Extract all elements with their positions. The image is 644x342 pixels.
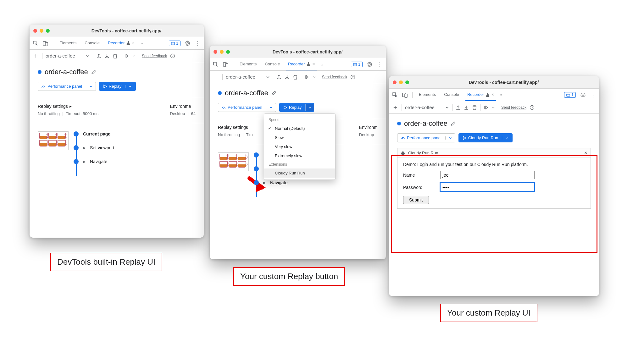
import-icon[interactable] xyxy=(464,105,469,110)
recording-select[interactable]: order-a-coffee xyxy=(46,53,75,58)
chevron-down-icon[interactable] xyxy=(492,106,495,109)
gear-icon[interactable] xyxy=(580,92,586,98)
device-mode-icon[interactable] xyxy=(402,92,408,98)
more-tabs-icon[interactable]: » xyxy=(500,92,502,97)
gear-icon[interactable] xyxy=(367,62,373,67)
export-icon[interactable] xyxy=(96,53,101,58)
more-tabs-icon[interactable]: » xyxy=(141,41,143,46)
minimize-icon[interactable] xyxy=(220,50,224,54)
kebab-menu-icon[interactable]: ⋮ xyxy=(195,40,201,47)
help-icon[interactable]: ? xyxy=(170,53,175,58)
tab-elements[interactable]: Elements xyxy=(238,58,258,70)
send-feedback-link[interactable]: Send feedback xyxy=(142,54,167,58)
gear-icon[interactable] xyxy=(185,41,191,46)
performance-panel-button[interactable]: Performance panel xyxy=(38,82,96,91)
menu-item-cloudy-run-run[interactable]: Cloudy Run Run xyxy=(264,168,335,178)
minimize-icon[interactable] xyxy=(399,80,403,84)
inspect-icon[interactable] xyxy=(33,41,38,46)
svg-rect-2 xyxy=(45,42,48,46)
trash-icon[interactable] xyxy=(293,74,298,80)
chevron-down-icon[interactable] xyxy=(313,75,316,79)
export-icon[interactable] xyxy=(456,105,461,110)
kebab-menu-icon[interactable]: ⋮ xyxy=(590,91,596,98)
import-icon[interactable] xyxy=(285,74,290,80)
close-icon[interactable] xyxy=(214,50,217,54)
close-icon[interactable] xyxy=(33,29,37,33)
window-title: DevTools - coffee-cart.netlify.app/ xyxy=(412,80,595,85)
issues-badge[interactable]: 1 xyxy=(169,41,180,46)
close-tab-icon[interactable]: × xyxy=(312,62,315,66)
chevron-down-icon[interactable] xyxy=(305,104,314,111)
chevron-down-icon[interactable] xyxy=(445,136,452,140)
import-icon[interactable] xyxy=(104,53,109,58)
performance-panel-button[interactable]: Performance panel xyxy=(218,103,276,112)
maximize-icon[interactable] xyxy=(405,80,409,84)
add-recording-button[interactable]: ＋ xyxy=(392,103,398,112)
trash-icon[interactable] xyxy=(472,105,477,110)
chevron-down-icon[interactable] xyxy=(86,85,92,88)
device-mode-icon[interactable] xyxy=(43,41,48,46)
recording-select[interactable]: order-a-coffee xyxy=(226,74,255,80)
divider xyxy=(301,74,301,80)
kebab-menu-icon[interactable]: ⋮ xyxy=(377,61,383,68)
recording-select[interactable]: order-a-coffee xyxy=(405,105,435,110)
tab-elements[interactable]: Elements xyxy=(58,37,78,49)
close-icon[interactable]: ✕ xyxy=(584,151,587,155)
replay-button[interactable]: Replay xyxy=(279,103,314,112)
tab-recorder[interactable]: Recorder× xyxy=(286,58,317,70)
send-feedback-link[interactable]: Send feedback xyxy=(322,75,347,79)
export-icon[interactable] xyxy=(276,74,281,80)
tab-console[interactable]: Console xyxy=(263,58,282,70)
gauge-icon xyxy=(41,84,46,89)
device-mode-icon[interactable] xyxy=(223,62,229,67)
close-icon[interactable] xyxy=(393,80,397,84)
chevron-down-icon[interactable] xyxy=(266,106,273,109)
edit-icon[interactable] xyxy=(271,91,276,96)
chevron-down-icon[interactable] xyxy=(86,54,90,58)
maximize-icon[interactable] xyxy=(226,50,230,54)
send-feedback-link[interactable]: Send feedback xyxy=(501,105,526,110)
step-icon[interactable] xyxy=(484,105,489,110)
minimize-icon[interactable] xyxy=(40,29,43,33)
step-icon[interactable] xyxy=(124,53,129,58)
issues-badge[interactable]: 1 xyxy=(564,92,576,98)
close-tab-icon[interactable]: × xyxy=(132,41,135,45)
edit-icon[interactable] xyxy=(451,121,456,126)
inspect-icon[interactable] xyxy=(213,62,219,67)
issues-badge[interactable]: 1 xyxy=(351,62,363,67)
trash-icon[interactable] xyxy=(113,53,118,58)
more-tabs-icon[interactable]: » xyxy=(321,62,323,67)
close-tab-icon[interactable]: × xyxy=(491,92,494,97)
chevron-down-icon[interactable] xyxy=(266,75,270,79)
chevron-down-icon[interactable] xyxy=(132,54,136,58)
tab-elements[interactable]: Elements xyxy=(417,89,438,101)
help-icon[interactable]: ? xyxy=(530,105,535,110)
add-recording-button[interactable]: ＋ xyxy=(213,73,219,81)
step-set-viewport[interactable]: Set viewport xyxy=(90,145,114,150)
step-navigate[interactable]: Navigate xyxy=(90,159,107,164)
replay-settings-header[interactable]: Replay settings xyxy=(38,104,68,109)
step-current-page[interactable]: Current page xyxy=(83,131,110,136)
replay-settings-header[interactable]: Replay settings xyxy=(218,125,248,130)
menu-item-extremely-slow[interactable]: Extremely slow xyxy=(264,151,335,160)
performance-panel-button[interactable]: Performance panel xyxy=(397,133,455,142)
menu-item-very-slow[interactable]: Very slow xyxy=(264,142,335,151)
menu-item-slow[interactable]: Slow xyxy=(264,133,335,142)
menu-item-normal[interactable]: Normal (Default) xyxy=(264,124,335,133)
chevron-down-icon[interactable] xyxy=(445,106,449,109)
maximize-icon[interactable] xyxy=(46,29,50,33)
step-navigate[interactable]: Navigate xyxy=(270,180,287,185)
tab-console[interactable]: Console xyxy=(442,89,461,101)
chevron-down-icon[interactable] xyxy=(502,136,508,140)
tab-recorder[interactable]: Recorder × xyxy=(106,37,136,49)
help-icon[interactable]: ? xyxy=(350,74,355,80)
add-recording-button[interactable]: ＋ xyxy=(33,52,39,60)
edit-icon[interactable] xyxy=(91,69,96,74)
chevron-down-icon[interactable] xyxy=(125,85,132,88)
tab-recorder[interactable]: Recorder× xyxy=(465,89,496,101)
tab-console[interactable]: Console xyxy=(83,37,102,49)
replay-button[interactable]: Replay xyxy=(99,82,136,91)
inspect-icon[interactable] xyxy=(392,92,398,98)
cloudy-run-run-button[interactable]: Cloudy Run Run xyxy=(458,133,513,142)
step-icon[interactable] xyxy=(304,74,309,80)
